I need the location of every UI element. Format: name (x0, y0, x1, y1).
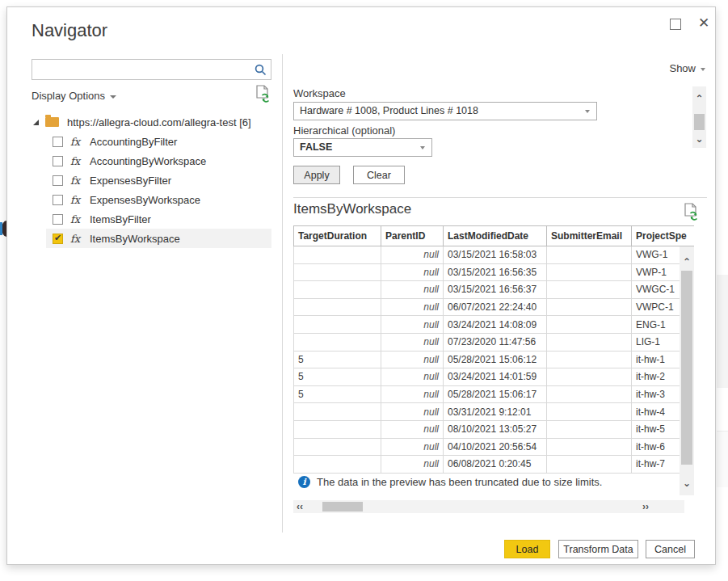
workspace-value: Hardware # 1008, Product Lines # 1018 (300, 105, 478, 116)
table-row: null06/08/2021 0:20:45it-hw-7 (294, 456, 695, 474)
table-cell (547, 351, 632, 368)
table-row: null03/24/2021 14:08:09ENG-1 (294, 316, 695, 334)
page-title: Navigator (32, 20, 107, 41)
chevron-down-icon (701, 68, 705, 71)
workspace-select[interactable]: Hardware # 1008, Product Lines # 1018 (293, 102, 597, 120)
table-cell (547, 403, 632, 421)
table-row: null03/15/2021 16:56:37VWGC-1 (294, 281, 695, 299)
table-horizontal-scrollbar[interactable]: ‹‹ ›› (293, 500, 684, 513)
table-cell (547, 456, 632, 474)
table-row: null03/15/2021 16:58:03VWG-1 (294, 246, 695, 264)
table-cell (294, 246, 381, 264)
scroll-down-icon[interactable]: ⌄ (692, 133, 706, 145)
folder-icon (45, 117, 59, 127)
chevron-down-icon (585, 110, 590, 113)
background-window-block (717, 275, 728, 388)
table-cell (547, 368, 632, 386)
table-cell: 5 (294, 368, 381, 386)
tree-expander-icon[interactable] (33, 120, 39, 125)
maximize-icon[interactable] (670, 19, 681, 30)
table-cell: null (381, 298, 444, 316)
tree-item-ItemsByWorkspace[interactable]: fxItemsByWorkspace (46, 229, 271, 248)
column-header-LastModifiedDate: LastModifiedDate (444, 226, 547, 246)
search-box[interactable] (32, 59, 271, 80)
checkbox[interactable] (53, 195, 63, 205)
scrollbar-thumb[interactable] (694, 114, 705, 130)
table-row: null03/31/2021 9:12:01it-hw-4 (294, 403, 695, 421)
table-cell (294, 403, 381, 421)
table-row: 5null05/28/2021 15:06:17it-hw-3 (294, 385, 695, 403)
right-pane-scrollbar[interactable]: ⌃ ⌄ (692, 86, 706, 148)
hierarchical-select[interactable]: FALSE (293, 138, 432, 157)
load-button[interactable]: Load (504, 540, 550, 558)
checkbox[interactable] (53, 214, 63, 225)
column-header-SubmitterEmail: SubmitterEmail (547, 226, 632, 246)
table-cell (294, 316, 381, 334)
search-icon[interactable] (255, 64, 267, 76)
table-cell: 03/31/2021 9:12:01 (444, 403, 547, 421)
scrollbar-thumb[interactable] (681, 271, 692, 465)
function-icon: fx (70, 194, 82, 206)
checkbox[interactable] (53, 175, 63, 186)
checkbox[interactable] (53, 156, 63, 166)
preview-separator (293, 197, 707, 198)
scroll-up-icon[interactable]: ⌃ (680, 256, 694, 267)
scroll-down-icon[interactable]: ⌄ (680, 478, 694, 489)
checkbox[interactable] (53, 137, 63, 147)
tree-root-label: https://allegra-cloud.com/allegra-test [… (67, 116, 251, 128)
table-cell: 05/28/2021 15:06:12 (444, 351, 547, 368)
table-cell: null (381, 281, 444, 299)
table-cell: null (381, 420, 444, 438)
table-row: null04/10/2021 20:56:54it-hw-6 (294, 438, 695, 456)
table-cell: null (381, 403, 444, 421)
table-cell (294, 456, 381, 474)
table-cell (547, 333, 632, 351)
transform-data-button[interactable]: Transform Data (558, 540, 638, 558)
scroll-up-icon[interactable]: ⌃ (692, 93, 706, 104)
table-body: null03/15/2021 16:58:03VWG-1null03/15/20… (294, 246, 695, 474)
table-cell: null (381, 438, 444, 456)
table-cell (547, 316, 632, 334)
chevron-down-icon (420, 146, 425, 149)
tree-item-AccountingByWorkspace[interactable]: fxAccountingByWorkspace (7, 151, 282, 171)
tree-item-ItemsByFilter[interactable]: fxItemsByFilter (7, 209, 282, 229)
table-cell: 03/15/2021 16:58:03 (444, 246, 547, 264)
table-scrollbar[interactable]: ⌃ ⌄ (680, 246, 694, 495)
table-row: 5null03/24/2021 14:01:59it-hw-2 (294, 368, 695, 386)
table-row: null08/10/2021 13:05:27it-hw-5 (294, 420, 695, 438)
tree-item-label: AccountingByFilter (90, 136, 177, 148)
function-icon: fx (70, 136, 82, 148)
checkbox[interactable] (53, 234, 63, 244)
chevron-down-icon (110, 95, 116, 99)
show-dropdown[interactable]: Show (669, 62, 705, 74)
clear-button[interactable]: Clear (353, 166, 405, 184)
search-input[interactable] (36, 61, 247, 78)
tree-item-ExpensesByWorkspace[interactable]: fxExpensesByWorkspace (7, 190, 282, 209)
column-header-ProjectSpe: ProjectSpe (632, 226, 695, 246)
refresh-preview-icon[interactable] (255, 85, 271, 103)
display-options-dropdown[interactable]: Display Options (32, 90, 116, 102)
tree-item-AccountingByFilter[interactable]: fxAccountingByFilter (7, 132, 282, 151)
table-cell (547, 385, 632, 403)
table-cell: 06/08/2021 0:20:45 (444, 456, 547, 474)
refresh-preview-icon[interactable] (683, 203, 699, 221)
scrollbar-thumb[interactable] (322, 502, 363, 512)
table-cell: null (381, 246, 444, 264)
cancel-button[interactable]: Cancel (646, 540, 695, 558)
tree-item-label: ItemsByFilter (90, 213, 151, 225)
scroll-left-icon[interactable]: ‹‹ (297, 501, 303, 512)
apply-button[interactable]: Apply (293, 166, 340, 184)
tree-root-node[interactable]: https://allegra-cloud.com/allegra-test [… (33, 112, 251, 132)
tree-item-label: ItemsByWorkspace (90, 233, 180, 245)
column-header-ParentID: ParentID (381, 226, 444, 246)
show-label: Show (669, 62, 696, 74)
table-cell (294, 420, 381, 438)
table-cell (547, 420, 632, 438)
table-cell (294, 438, 381, 456)
table-cell (294, 298, 381, 316)
close-icon[interactable]: ✕ (694, 14, 713, 33)
table-cell: 03/24/2021 14:01:59 (444, 368, 547, 386)
table-cell: 05/28/2021 15:06:17 (444, 385, 547, 403)
tree-item-ExpensesByFilter[interactable]: fxExpensesByFilter (7, 171, 282, 190)
scroll-right-icon[interactable]: ›› (642, 501, 649, 512)
